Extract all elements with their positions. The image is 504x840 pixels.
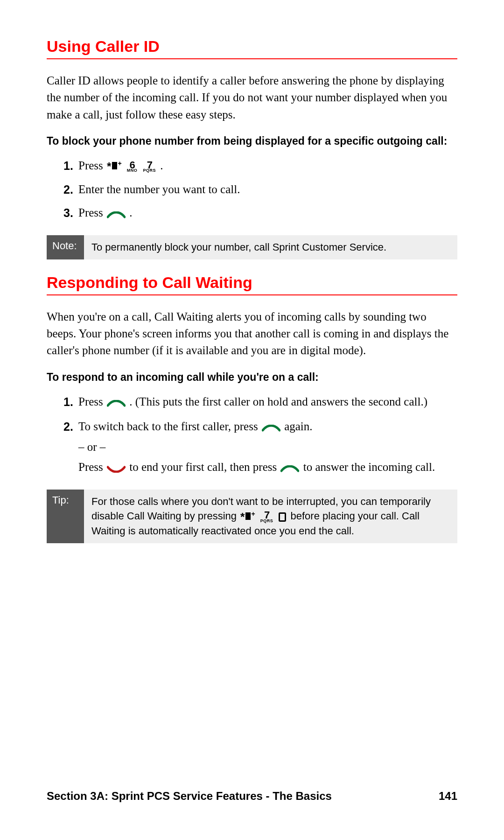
caller-id-intro: Caller ID allows people to identify a ca…: [47, 72, 457, 123]
six-key-icon: 6MNO: [127, 161, 138, 173]
end-key-icon: [107, 459, 126, 477]
tip-body: For those calls where you don't want to …: [84, 490, 457, 544]
step-text-post: . (This puts the first caller on hold an…: [129, 395, 427, 408]
step-number: 2.: [63, 418, 78, 477]
call-waiting-subheading: To respond to an incoming call while you…: [47, 370, 457, 385]
step-text-post: .: [129, 206, 132, 219]
step-text-alt-pre: Press: [78, 461, 106, 473]
call-waiting-intro: When you're on a call, Call Waiting aler…: [47, 308, 457, 359]
star-key-icon: *+: [107, 161, 122, 172]
manual-page: Using Caller ID Caller ID allows people …: [0, 0, 504, 543]
tip-callout: Tip: For those calls where you don't wan…: [47, 490, 457, 544]
step-text-alt-post: to answer the incoming call.: [303, 461, 435, 473]
talk-key-icon: [280, 459, 299, 477]
step-text: Press: [78, 159, 106, 172]
step-number: 1.: [63, 157, 78, 175]
caller-id-steps: 1. Press *+ 6MNO 7PQRS . 2. Enter the nu…: [63, 157, 457, 223]
step-text: Press: [78, 206, 106, 219]
talk-key-icon: [107, 394, 126, 412]
step-number: 1.: [63, 393, 78, 412]
step-text-post: again.: [284, 420, 312, 433]
step-text-alt-mid: to end your first call, then press: [129, 461, 280, 473]
heading-call-waiting: Responding to Call Waiting: [47, 273, 457, 295]
seven-key-icon: 7PQRS: [260, 511, 273, 523]
step-2: 2. To switch back to the first caller, p…: [63, 418, 457, 477]
note-callout: Note: To permanently block your number, …: [47, 235, 457, 259]
talk-key-icon: [107, 205, 126, 223]
talk-key-icon: [262, 418, 280, 436]
step-1: 1. Press *+ 6MNO 7PQRS .: [63, 157, 457, 175]
call-waiting-steps: 1. Press . (This puts the first caller o…: [63, 393, 457, 477]
or-divider: – or –: [78, 438, 457, 456]
star-key-icon: *+: [240, 511, 255, 523]
page-footer: Section 3A: Sprint PCS Service Features …: [47, 790, 457, 803]
step-text: Press: [78, 395, 106, 408]
footer-page-number: 141: [439, 790, 457, 803]
step-2: 2. Enter the number you want to call.: [63, 181, 457, 199]
step-number: 2.: [63, 181, 78, 199]
step-text-post: .: [160, 159, 163, 172]
note-body: To permanently block your number, call S…: [84, 235, 457, 259]
zero-key-icon: [279, 512, 286, 522]
step-number: 3.: [63, 204, 78, 223]
seven-key-icon: 7PQRS: [143, 161, 156, 173]
step-3: 3. Press .: [63, 204, 457, 223]
step-1: 1. Press . (This puts the first caller o…: [63, 393, 457, 412]
heading-caller-id: Using Caller ID: [47, 37, 457, 59]
note-label: Note:: [47, 235, 84, 259]
step-text: Enter the number you want to call.: [78, 181, 457, 199]
step-text: To switch back to the first caller, pres…: [78, 420, 261, 433]
tip-label: Tip:: [47, 490, 84, 544]
caller-id-subheading: To block your phone number from being di…: [47, 133, 457, 148]
footer-section: Section 3A: Sprint PCS Service Features …: [47, 790, 332, 803]
